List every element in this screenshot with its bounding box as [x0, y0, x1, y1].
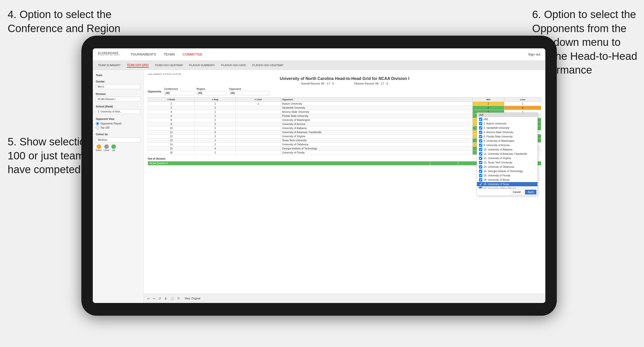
dropdown-item[interactable]: 12. University of Virginia	[477, 156, 537, 160]
cell-opponent: Vanderbilt University	[281, 106, 472, 110]
dropdown-checkbox[interactable]	[479, 165, 482, 169]
tablet-screen: 5COREBOARD Powered By Sport TOURNAMENTS …	[93, 48, 545, 303]
dropdown-title: (All)	[479, 114, 484, 116]
sub-nav-team-summary[interactable]: TEAM SUMMARY	[98, 63, 121, 67]
cell-opponent: University of Washington	[281, 118, 472, 122]
dropdown-item-label: 10. University of Alabama	[484, 148, 512, 151]
region-filter-label: Region	[197, 88, 227, 90]
dropdown-item[interactable]: 20. University of Texas	[477, 182, 537, 186]
radio-opponents-played[interactable]: Opponents Played	[96, 122, 140, 125]
cell-reg: 2	[195, 106, 236, 110]
dropdown-item[interactable]: 15. Georgia Institute of Technology	[477, 169, 537, 173]
dropdown-checkbox[interactable]	[479, 131, 482, 134]
dropdown-checkbox[interactable]	[479, 183, 482, 186]
toolbar-crop[interactable]: ⬜	[169, 296, 175, 301]
sub-nav-player-summary[interactable]: PLAYER SUMMARY	[189, 63, 215, 67]
radio-top100[interactable]: Top 100	[96, 126, 140, 129]
sub-nav-h2h-grid[interactable]: TEAM H2H GRID	[127, 63, 149, 67]
dropdown-item[interactable]: 13. Texas Tech University	[477, 160, 537, 165]
dropdown-checkbox[interactable]	[479, 118, 482, 121]
cell-opponent: Georgia Institute of Technology	[281, 147, 472, 151]
region-filter-select[interactable]: (All)	[197, 91, 227, 95]
toolbar-redo[interactable]: ↪	[152, 296, 156, 301]
dropdown-checkbox[interactable]	[479, 148, 482, 151]
dropdown-item[interactable]: 14. University of Oklahoma	[477, 165, 537, 169]
opponent-view-label: Opponent View	[96, 118, 140, 120]
filter-row: Opponents: Conference (All) Region (All)	[148, 88, 541, 95]
dropdown-item[interactable]: 2. Auburn University	[477, 121, 537, 126]
report-records: Overall Record: 89 - 17 - 0 Division Rec…	[148, 82, 541, 85]
conference-filter-select[interactable]: (All)	[164, 91, 194, 95]
sidebar: Team Gender Men's Division NCAA Division…	[93, 70, 144, 303]
dropdown-item[interactable]: 11. University of Arkansas, Fayetteville	[477, 152, 537, 156]
cell-rank: 3	[148, 106, 195, 110]
cell-reg: 2	[195, 118, 236, 122]
sidebar-school-select[interactable]: 1. University of Nort...	[96, 109, 140, 114]
report-last-updated: Last Updated: 4/7/2024 16:55:38	[148, 73, 541, 75]
dropdown-checkbox[interactable]	[479, 152, 482, 156]
cell-win: 2	[472, 102, 504, 106]
dropdown-checkbox[interactable]	[479, 187, 482, 188]
cell-rank: 8	[148, 118, 195, 122]
sidebar-division-select[interactable]: NCAA Division I	[96, 97, 140, 102]
radio-opponents-played-input[interactable]	[96, 122, 99, 125]
dropdown-item[interactable]: 21. University of New Mexico	[477, 186, 537, 188]
report-title: University of North Carolina Head-to-Hea…	[148, 76, 541, 81]
sub-nav-h2h-heatmap[interactable]: TEAM H2H HEATMAP	[155, 63, 183, 67]
dropdown-item[interactable]: 18. University of Illinois	[477, 178, 537, 182]
dropdown-item[interactable]: 16. University of Florida	[477, 173, 537, 178]
dropdown-checkbox[interactable]	[479, 170, 482, 173]
dropdown-checkbox[interactable]	[479, 178, 482, 182]
dropdown-item-label: 21. University of New Mexico	[484, 187, 516, 188]
cell-opponent: University of Virginia	[281, 134, 472, 138]
dropdown-item[interactable]: (All)	[477, 117, 537, 121]
dropdown-header: (All)	[477, 113, 537, 117]
dropdown-checkbox[interactable]	[479, 144, 482, 147]
cell-conf	[236, 134, 281, 138]
nav-item-teams[interactable]: TEAMS	[164, 52, 175, 56]
nav-item-tournaments[interactable]: TOURNAMENTS	[131, 52, 156, 56]
cell-loss: 1	[504, 102, 541, 106]
dropdown-item-label: 12. University of Virginia	[484, 157, 511, 160]
dropdown-item[interactable]: 8. University of Washington	[477, 139, 537, 143]
cell-opponent: University of Florida	[281, 151, 472, 155]
toolbar-pause[interactable]: ⏸	[163, 296, 168, 301]
dropdown-checkbox[interactable]	[479, 122, 482, 125]
cell-rank: 11	[148, 130, 195, 134]
dropdown-item[interactable]: 4. Arizona State University	[477, 130, 537, 134]
cell-conf	[236, 118, 281, 122]
cell-opponent: University of Oklahoma	[281, 143, 472, 147]
radio-top100-input[interactable]	[96, 126, 99, 129]
table-row: 3 2 Vanderbilt University 0 4	[148, 106, 541, 110]
toolbar-clock[interactable]: ⏱	[176, 296, 181, 301]
nav-item-committee[interactable]: COMMITTEE	[183, 52, 203, 56]
nav-logo: 5COREBOARD Powered By Sport	[98, 53, 121, 56]
dropdown-checkbox[interactable]	[479, 161, 482, 164]
sidebar-gender-select[interactable]: Men's	[96, 84, 140, 89]
sidebar-gender-label: Gender	[96, 80, 140, 83]
dropdown-item[interactable]: 3. Vanderbilt University	[477, 126, 537, 130]
dropdown-item[interactable]: 10. University of Alabama	[477, 147, 537, 152]
tablet-frame: 5COREBOARD Powered By Sport TOURNAMENTS …	[81, 36, 557, 316]
toolbar-refresh[interactable]: ↺	[157, 296, 162, 301]
colour-by-select[interactable]: Win/loss	[96, 137, 140, 142]
nav-signout[interactable]: Sign out	[528, 52, 540, 56]
toolbar-undo[interactable]: ↩	[146, 296, 151, 301]
sub-nav-player-h2h-grid[interactable]: PLAYER H2H GRID	[221, 63, 246, 67]
sub-nav-player-h2h-heatmap[interactable]: PLAYER H2H HEATMAP	[252, 63, 283, 67]
dropdown-checkbox[interactable]	[479, 157, 482, 160]
dropdown-checkbox[interactable]	[479, 126, 482, 130]
opponent-filter-select[interactable]: (All)	[229, 91, 270, 95]
sidebar-division-section: Division NCAA Division I	[96, 93, 140, 102]
dropdown-list[interactable]: (All)2. Auburn University3. Vanderbilt U…	[477, 117, 537, 188]
colour-dot-level	[104, 144, 109, 149]
radio-opponents-played-label: Opponents Played	[100, 122, 121, 125]
cell-reg: 1	[195, 102, 236, 106]
dropdown-checkbox[interactable]	[479, 139, 482, 143]
dropdown-apply-button[interactable]: Apply	[525, 190, 536, 195]
dropdown-checkbox[interactable]	[479, 174, 482, 177]
dropdown-item[interactable]: 9. University of Arizona	[477, 143, 537, 147]
dropdown-cancel-button[interactable]: Cancel	[510, 190, 523, 195]
dropdown-item[interactable]: 6. Florida State University	[477, 134, 537, 139]
dropdown-checkbox[interactable]	[479, 135, 482, 138]
